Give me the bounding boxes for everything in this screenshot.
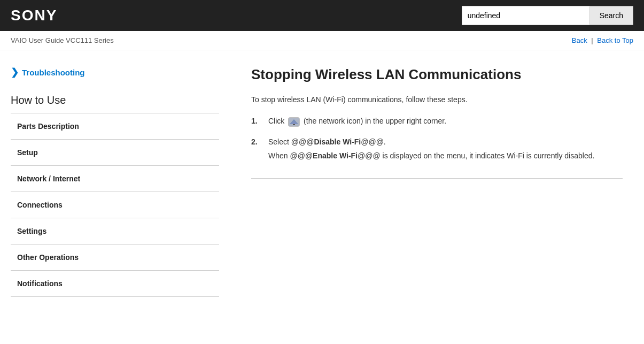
content-area: Stopping Wireless LAN Communications To …	[230, 50, 644, 344]
nav-separator: |	[591, 36, 593, 44]
sidebar: ❯ Troubleshooting How to Use Parts Descr…	[0, 50, 230, 344]
chevron-right-icon: ❯	[11, 66, 19, 78]
step-2-content: Select @@@Disable Wi-Fi@@@. When @@@Enab…	[268, 136, 623, 162]
list-item: Settings	[11, 218, 219, 244]
search-area: Search	[462, 6, 633, 25]
list-item: Network / Internet	[11, 166, 219, 192]
main-layout: ❯ Troubleshooting How to Use Parts Descr…	[0, 50, 644, 344]
back-to-top-link[interactable]: Back to Top	[597, 36, 633, 44]
network-icon	[288, 117, 300, 127]
page-title: Stopping Wireless LAN Communications	[251, 66, 623, 83]
breadcrumb: VAIO User Guide VCC111 Series	[11, 36, 114, 44]
list-item: Parts Description	[11, 113, 219, 140]
svg-rect-3	[293, 124, 295, 125]
sidebar-item-notifications[interactable]: Notifications	[11, 271, 219, 296]
breadcrumb-bar: VAIO User Guide VCC111 Series Back | Bac…	[0, 31, 644, 50]
intro-text: To stop wireless LAN (Wi-Fi) communicati…	[251, 94, 623, 105]
sidebar-item-connections[interactable]: Connections	[11, 192, 219, 218]
sidebar-item-settings[interactable]: Settings	[11, 218, 219, 244]
sidebar-item-network-internet[interactable]: Network / Internet	[11, 166, 219, 192]
step-2: 2. Select @@@Disable Wi-Fi@@@. When @@@E…	[251, 136, 623, 162]
step-1-number: 1.	[251, 115, 262, 127]
list-item: Notifications	[11, 271, 219, 297]
sony-logo: SONY	[11, 7, 57, 24]
sidebar-item-parts-description[interactable]: Parts Description	[11, 113, 219, 139]
troubleshooting-link[interactable]: ❯ Troubleshooting	[11, 66, 219, 78]
list-item: Other Operations	[11, 244, 219, 271]
how-to-use-title: How to Use	[11, 94, 219, 106]
step-1: 1. Click (the network icon) in the upper…	[251, 115, 623, 127]
enable-wifi-text: Enable Wi-Fi	[313, 151, 358, 160]
search-button[interactable]: Search	[590, 6, 633, 25]
disable-wifi-text: Disable Wi-Fi	[314, 137, 361, 146]
list-item: Setup	[11, 140, 219, 166]
content-divider	[251, 178, 623, 179]
search-input[interactable]	[462, 6, 590, 25]
sidebar-item-other-operations[interactable]: Other Operations	[11, 244, 219, 270]
step-2-number: 2.	[251, 136, 262, 162]
steps-list: 1. Click (the network icon) in the upper…	[251, 115, 623, 162]
header: SONY Search	[0, 0, 644, 31]
nav-links: Back | Back to Top	[572, 36, 633, 44]
back-link[interactable]: Back	[572, 36, 587, 44]
sidebar-item-setup[interactable]: Setup	[11, 140, 219, 165]
step-2-sub: When @@@Enable Wi-Fi@@@ is displayed on …	[268, 150, 623, 162]
troubleshooting-label: Troubleshooting	[22, 68, 85, 77]
list-item: Connections	[11, 192, 219, 218]
sidebar-nav: Parts Description Setup Network / Intern…	[11, 113, 219, 297]
step-1-content: Click (the network icon) in the upper ri…	[268, 115, 623, 127]
